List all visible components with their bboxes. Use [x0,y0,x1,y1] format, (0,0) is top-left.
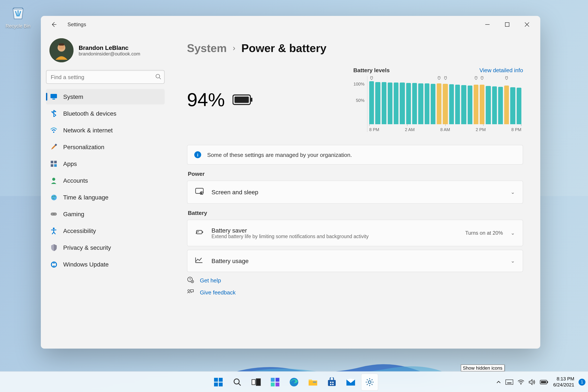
svg-rect-43 [271,378,275,382]
svg-rect-29 [202,232,203,233]
tray-overflow-button[interactable] [495,378,502,386]
widgets-button[interactable] [266,373,284,390]
profile-block[interactable]: Brandon LeBlanc brandoninsider@outlook.c… [46,33,164,70]
svg-point-20 [55,214,56,214]
chart-bar [498,87,503,124]
x-tick: 8 PM [511,127,522,132]
chart-bar [468,86,472,124]
recycle-bin-icon [10,4,27,21]
sidebar-item-network-internet[interactable]: Network & internet [46,122,164,138]
svg-rect-51 [330,382,332,383]
battery-tray-icon [540,379,548,384]
svg-rect-12 [51,161,53,163]
sidebar-item-bluetooth-devices[interactable]: Bluetooth & devices [46,106,164,121]
explorer-button[interactable] [304,373,322,390]
svg-point-56 [368,380,371,384]
svg-rect-8 [50,94,57,98]
chart-bar [431,84,436,124]
search-icon [233,378,242,386]
tray-clock[interactable]: 8:13 PM 6/24/2021 [552,376,576,388]
volume-icon [529,379,536,385]
svg-point-39 [234,379,239,384]
view-detailed-info-link[interactable]: View detailed info [480,67,523,74]
store-button[interactable] [323,373,340,390]
maximize-button[interactable] [497,18,517,32]
battery-saver-row[interactable]: Battery saver Extend battery life by lim… [187,220,523,246]
svg-rect-13 [54,161,57,163]
feedback-icon [187,289,194,296]
sidebar-item-accounts[interactable]: Accounts [46,173,164,188]
sidebar-item-gaming[interactable]: Gaming [46,206,164,222]
get-help-link[interactable]: ? Get help [187,276,523,284]
chart-bar [394,82,399,124]
battery-percent: 94% [187,89,225,110]
chart-bar [382,82,386,124]
svg-rect-25 [234,96,249,103]
tray-wifi-button[interactable] [516,378,526,386]
taskbar-center [210,373,378,390]
tray-battery-button[interactable] [538,378,550,386]
minimize-button[interactable] [478,18,497,32]
sidebar-item-apps[interactable]: Apps [46,156,164,172]
sidebar-item-personalization[interactable]: Personalization [46,139,164,155]
svg-rect-42 [256,378,260,385]
battery-percent-block: 94% [187,67,253,132]
sidebar-item-windows-update[interactable]: Windows Update [46,256,164,272]
close-button[interactable] [517,18,537,32]
battery-usage-label: Battery usage [212,258,503,264]
search-box [46,70,164,84]
settings-window: Settings Brandon LeBlanc brandoninsider@… [41,16,540,348]
svg-rect-63 [507,382,512,383]
sidebar-item-privacy-security[interactable]: Privacy & security [46,240,164,255]
svg-point-33 [188,290,190,292]
battery-usage-row[interactable]: Battery usage ⌄ [187,250,523,272]
search-button[interactable] [229,373,246,390]
back-button[interactable] [47,18,60,32]
task-view-button[interactable] [248,373,265,390]
start-button[interactable] [210,373,227,390]
keyboard-icon [506,379,513,384]
svg-rect-66 [547,381,548,383]
sidebar-item-accessibility[interactable]: Accessibility [46,223,164,238]
give-feedback-label: Give feedback [200,289,236,296]
get-help-label: Get help [200,277,221,284]
sidebar-item-time-language[interactable]: Time & language [46,190,164,205]
sidebar-item-label: Privacy & security [63,244,111,251]
svg-text:?: ? [189,278,191,281]
tray-volume-button[interactable] [528,377,537,387]
x-tick: 2 PM [476,127,486,132]
recycle-bin-desktop-icon[interactable]: Recycle Bin [5,4,31,28]
chart-bar [474,85,478,124]
window-titlebar[interactable]: Settings [41,16,540,33]
give-feedback-link[interactable]: Give feedback [187,289,523,296]
sidebar: Brandon LeBlanc brandoninsider@outlook.c… [41,33,170,348]
sidebar-item-label: Personalization [63,144,104,150]
breadcrumb-parent[interactable]: System [187,42,227,55]
chart-bar [443,84,448,124]
main-content: System › Power & battery 94% Battery lev… [170,33,540,348]
chart-plot-area[interactable]: 8 PM2 AM8 AM2 PM8 PM [367,76,523,132]
plug-marker-icon [369,76,374,80]
settings-taskbar-button[interactable] [361,373,378,390]
mail-button[interactable] [342,373,359,390]
y-tick-50: 50% [353,98,364,103]
tray-input-button[interactable] [504,378,514,386]
org-managed-text: Some of these settings are managed by yo… [207,152,352,158]
search-input[interactable] [46,70,164,84]
x-tick: 2 AM [405,127,415,132]
chevron-right-icon: › [233,44,235,53]
chart-bar [376,82,380,124]
screen-and-sleep-row[interactable]: Screen and sleep ⌄ [187,180,523,204]
notification-badge[interactable]: 1 [578,378,586,385]
svg-point-17 [51,194,56,200]
tray-time: 8:13 PM [553,376,574,382]
sidebar-item-system[interactable]: System [46,89,164,104]
edge-button[interactable] [286,373,302,390]
sidebar-item-label: Accessibility [63,228,96,234]
svg-line-40 [238,383,241,385]
svg-rect-35 [214,378,218,382]
profile-name: Brandon LeBlanc [79,44,140,51]
folder-icon [308,378,318,386]
window-title: Settings [68,22,86,28]
breadcrumb: System › Power & battery [187,42,523,55]
